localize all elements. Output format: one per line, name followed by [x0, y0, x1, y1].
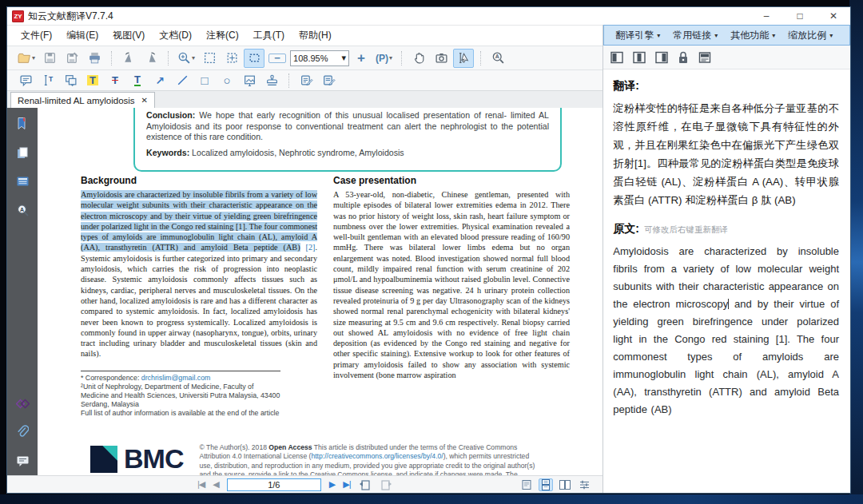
rotate-left-button[interactable] — [118, 49, 139, 68]
memo-panel-icon[interactable] — [698, 50, 712, 65]
layout-options-icon — [579, 479, 591, 490]
menu-tools[interactable]: 工具(T) — [246, 26, 292, 45]
snapshot-button[interactable] — [431, 49, 451, 68]
background-rest-text: . Systemic amyloidosis is further catego… — [81, 243, 317, 358]
image-annotation-button[interactable] — [239, 71, 260, 90]
copyright-pre: © The Author(s). 2018 — [199, 443, 268, 451]
translation-panel-toolbar — [603, 46, 850, 69]
zoom-in-button[interactable]: + — [351, 49, 372, 68]
previous-page-button[interactable]: ◀ — [213, 479, 218, 490]
attachments-panel-button[interactable] — [14, 424, 30, 440]
note-comment-button[interactable] — [15, 71, 36, 90]
fit-page-icon — [225, 51, 239, 65]
rectangle-tool-button[interactable]: □ — [194, 71, 215, 90]
pane-middle-icon[interactable] — [632, 50, 646, 65]
hand-tool-button[interactable] — [408, 49, 429, 68]
insert-text-icon: T — [42, 73, 55, 87]
chevron-down-icon: ▾ — [714, 32, 718, 39]
search-panel-button[interactable]: A — [14, 202, 30, 218]
minimize-button[interactable]: – — [750, 7, 783, 25]
manage-annotations-button[interactable] — [318, 71, 339, 90]
insert-text-button[interactable]: T — [38, 71, 58, 90]
thumbnails-panel-button[interactable] — [14, 145, 30, 161]
previous-view-button[interactable] — [359, 479, 372, 490]
edit-annotation-button[interactable] — [296, 71, 316, 90]
menu-zoom-ratio[interactable]: 缩放比例▾ — [783, 27, 837, 44]
replace-text-button[interactable] — [60, 71, 81, 90]
close-button[interactable]: ✕ — [817, 7, 850, 25]
facing-pages-view-button[interactable] — [558, 478, 572, 491]
print-button[interactable] — [84, 49, 105, 68]
selected-text[interactable]: Amyloidosis are characterized by insolub… — [81, 190, 317, 252]
underline-text-button[interactable]: T — [127, 71, 148, 90]
next-page-button[interactable]: ▶ — [329, 479, 335, 490]
zoom-out-button[interactable]: − — [266, 49, 288, 68]
lock-icon[interactable] — [677, 50, 690, 65]
source-text-editor[interactable]: Amyloidosis are characterized by insolub… — [613, 243, 839, 419]
zoom-tool-button[interactable]: ▾ — [175, 49, 197, 68]
separate-cover-view-button[interactable] — [577, 478, 591, 491]
menu-translate-engine[interactable]: 翻译引擎▾ — [610, 27, 665, 44]
menu-other-functions[interactable]: 其他功能▾ — [726, 27, 780, 44]
tab-close-icon[interactable]: ✕ — [141, 96, 148, 105]
open-file-button[interactable]: ▾ — [15, 49, 38, 68]
background-paragraph[interactable]: Amyloidosis are characterized by insolub… — [81, 189, 317, 359]
toolbar-separator — [401, 51, 402, 65]
single-page-view-button[interactable] — [519, 478, 534, 491]
maximize-button[interactable]: □ — [783, 7, 817, 25]
share-panel-button[interactable] — [14, 395, 30, 411]
pane-right-icon[interactable] — [654, 50, 669, 65]
fit-width-button[interactable] — [199, 49, 220, 68]
highlight-text-button[interactable]: T — [82, 71, 103, 90]
fit-visible-button[interactable] — [244, 49, 264, 68]
menu-file[interactable]: 文件(F) — [14, 26, 59, 45]
first-page-button[interactable]: |◀ — [197, 479, 205, 490]
menu-edit[interactable]: 编辑(E) — [59, 26, 105, 45]
line-tool-button[interactable] — [172, 71, 193, 90]
page-number-input[interactable]: 1/6 — [227, 478, 321, 491]
ellipse-tool-button[interactable]: ○ — [217, 71, 237, 90]
strikeout-icon: T — [112, 75, 118, 85]
next-view-button[interactable] — [380, 479, 392, 490]
menu-view[interactable]: 视图(V) — [105, 26, 152, 45]
page-navigation-bar: |◀ ◀ 1/6 ▶ ▶| — [7, 475, 603, 493]
rotate-right-button[interactable] — [141, 49, 161, 68]
annotations-panel-button[interactable] — [14, 173, 30, 189]
continuous-view-button[interactable] — [539, 478, 553, 491]
select-tool-button[interactable] — [453, 49, 474, 68]
menu-document[interactable]: 文档(D) — [152, 26, 199, 45]
app-window: ZY 知云文献翻译V7.7.4 – □ ✕ 文件(F) 编辑(E) 视图(V) … — [6, 6, 851, 494]
bookmarks-panel-button[interactable] — [14, 116, 30, 132]
replace-text-icon — [64, 73, 78, 87]
translation-panel: 翻译引擎▾ 常用链接▾ 其他功能▾ 缩放比例▾ 翻译: 淀粉样变性的特征是来自各… — [603, 25, 850, 493]
menu-comment[interactable]: 注释(C) — [199, 26, 246, 45]
minus-icon: − — [268, 54, 286, 63]
zoom-level-combo[interactable]: 108.95% ▾ — [290, 50, 349, 66]
search-button[interactable]: A — [487, 49, 508, 68]
keywords-label: Keywords: — [146, 148, 189, 157]
license-link[interactable]: http://creativecommons.org/licenses/by/4… — [311, 452, 443, 460]
fit-page-button[interactable] — [221, 49, 242, 68]
document-tab[interactable]: Renal-limited AL amyloidosis ✕ — [10, 92, 155, 108]
title-bar: ZY 知云文献翻译V7.7.4 – □ ✕ — [7, 7, 850, 25]
highlight-icon: T — [87, 75, 98, 85]
stamp-tool-button[interactable] — [261, 71, 282, 90]
save-as-button[interactable] — [62, 49, 82, 68]
pane-left-icon[interactable] — [610, 50, 624, 65]
correspondence-email-link[interactable]: drchrislim@gmail.com — [141, 374, 211, 382]
svg-text:A: A — [495, 54, 499, 59]
page-mode-button[interactable]: (P) ▾ — [373, 49, 395, 68]
save-button[interactable] — [39, 49, 60, 68]
arrow-tool-button[interactable]: ↗ — [149, 71, 170, 90]
chevron-down-icon: ▾ — [657, 32, 660, 39]
comments-panel-button[interactable] — [14, 453, 30, 469]
annotation-toolbar: T T T T ↗ — [7, 69, 603, 90]
strikeout-text-button[interactable]: T — [105, 71, 125, 90]
menu-help[interactable]: 帮助(H) — [292, 26, 339, 45]
print-icon — [88, 51, 101, 65]
toolbar-separator — [480, 51, 481, 65]
last-page-button[interactable]: ▶| — [343, 479, 350, 490]
annotations-list-icon — [322, 73, 336, 87]
menu-common-links[interactable]: 常用链接▾ — [668, 27, 722, 44]
reference-2[interactable]: [2] — [300, 243, 316, 252]
